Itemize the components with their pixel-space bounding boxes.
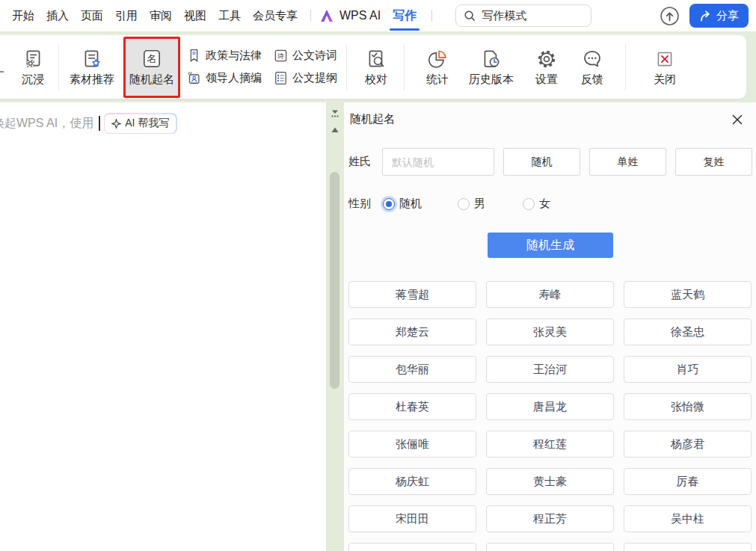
menubar-item[interactable]: 审阅 (144, 9, 178, 23)
svg-text:名: 名 (147, 53, 157, 64)
doc-star-icon (81, 48, 103, 70)
menubar-item[interactable]: 工具 (212, 9, 247, 23)
settings-button[interactable]: 设置 (527, 48, 566, 87)
official-poetry-button[interactable]: 诗 公文诗词 (273, 48, 337, 64)
divider (431, 10, 432, 22)
share-button[interactable]: 分享 (689, 4, 749, 28)
upload-icon[interactable] (660, 6, 680, 26)
surname-mode-button[interactable]: 单姓 (589, 148, 666, 176)
generate-button[interactable]: 随机生成 (488, 233, 613, 258)
name-result[interactable]: 徐圣忠 (624, 318, 752, 345)
name-result[interactable]: 程正芳 (486, 505, 614, 532)
surname-input[interactable] (382, 148, 494, 176)
menubar-item[interactable]: 页面 (75, 9, 109, 23)
pie-chart-icon (426, 48, 449, 70)
history-version-button[interactable]: 历史版本 (464, 48, 518, 87)
menubar-items: 开始插入页面引用审阅视图工具会员专享 (6, 9, 304, 23)
svg-text:诗: 诗 (277, 52, 284, 60)
name-result-partial[interactable] (624, 543, 752, 551)
tab-writing[interactable]: 写作 (391, 8, 418, 24)
ai-hint-line: 唤起WPS AI，使用 AI 帮我写 (0, 113, 177, 134)
ai-write-button[interactable]: AI 帮我写 (105, 114, 176, 133)
scroll-up-icon[interactable] (331, 126, 339, 135)
sparkle-icon (111, 119, 121, 129)
gender-option-male[interactable]: 男 (458, 197, 485, 211)
wps-ai-label[interactable]: WPS AI (339, 9, 381, 22)
name-result[interactable]: 程红莲 (486, 431, 614, 458)
surname-buttons: 随机单姓复姓 (494, 148, 752, 176)
menubar-item[interactable]: 视图 (178, 9, 212, 23)
material-recommend-button[interactable]: 素材推荐 (65, 48, 119, 87)
random-name-button[interactable]: 名 随机起名 (126, 39, 178, 96)
ai-hint-text: 唤起WPS AI，使用 (0, 116, 93, 132)
statistics-button[interactable]: 统计 (418, 48, 457, 87)
divider (310, 10, 311, 22)
name-result[interactable]: 黄士豪 (486, 468, 614, 495)
share-label: 分享 (716, 9, 739, 23)
name-result[interactable]: 张灵美 (486, 318, 614, 345)
name-result[interactable]: 蓝天鹤 (624, 281, 752, 308)
share-icon (699, 10, 712, 22)
feedback-button[interactable]: 反馈 (573, 48, 612, 87)
name-result-partial[interactable] (486, 543, 614, 551)
name-doc-icon: 名 (141, 48, 163, 70)
wps-ai-logo-icon (319, 8, 334, 23)
menubar-item[interactable]: 会员专享 (247, 9, 304, 23)
proofread-button[interactable]: 校对 (356, 48, 396, 87)
radio-checked-icon[interactable] (383, 198, 395, 210)
person-quote-icon (186, 70, 202, 86)
random-name-panel: 随机起名 姓氏 随机单姓复姓 性别 随机 男 女 (344, 102, 756, 551)
divider (404, 44, 405, 90)
name-result[interactable]: 杨彦君 (624, 431, 752, 458)
name-results-partial-row (348, 543, 752, 551)
toolbar: 沉浸 素材推荐 名 随机起名 政策与法律 (0, 34, 746, 99)
history-doc-icon (480, 48, 503, 70)
name-result[interactable]: 杨庆虹 (348, 468, 476, 495)
gender-option-random[interactable]: 随机 (383, 197, 422, 211)
name-result[interactable]: 杜春英 (348, 393, 476, 420)
close-pane-button[interactable]: 关闭 (645, 48, 684, 87)
surname-mode-button[interactable]: 复姓 (675, 148, 752, 176)
gender-row: 性别 随机 男 女 (348, 197, 550, 211)
name-result[interactable]: 包华丽 (348, 356, 476, 383)
annotation-highlight-box: 名 随机起名 (123, 37, 180, 98)
name-result[interactable]: 厉春 (624, 468, 752, 495)
name-result[interactable]: 王治河 (486, 356, 614, 383)
name-result[interactable]: 郑楚云 (348, 318, 476, 345)
toolbar-stack-1: 政策与法律 领导人摘编 (186, 48, 262, 86)
name-result[interactable]: 张怡微 (624, 393, 752, 420)
text-cursor (99, 116, 100, 131)
divider (625, 44, 626, 90)
divider (58, 44, 59, 90)
page-fit-icon[interactable] (331, 109, 339, 118)
name-result[interactable]: 张俪唯 (348, 431, 476, 458)
panel-close-icon[interactable] (731, 114, 743, 126)
policy-law-button[interactable]: 政策与法律 (186, 48, 262, 64)
name-result[interactable]: 寿峰 (486, 281, 614, 308)
leader-digest-button[interactable]: 领导人摘编 (186, 70, 262, 86)
name-result[interactable]: 宋田田 (348, 505, 476, 532)
name-result[interactable]: 吴中柱 (624, 505, 752, 532)
menubar-item[interactable]: 引用 (109, 9, 144, 23)
menubar-right-group: 分享 (660, 4, 756, 28)
radio-icon[interactable] (523, 198, 535, 210)
name-result[interactable]: 蒋雪超 (348, 281, 476, 308)
immersive-doc-icon (22, 48, 44, 70)
scrollbar-thumb[interactable] (330, 172, 339, 389)
name-result[interactable]: 唐昌龙 (486, 393, 614, 420)
radio-icon[interactable] (458, 198, 470, 210)
name-result-partial[interactable] (348, 543, 476, 551)
name-result[interactable]: 肖巧 (624, 356, 752, 383)
poetry-icon: 诗 (273, 48, 289, 64)
gender-option-female[interactable]: 女 (523, 197, 550, 211)
menubar-item[interactable]: 插入 (40, 9, 75, 23)
menubar-item[interactable]: 开始 (6, 9, 40, 23)
search-input[interactable]: 写作模式 (455, 4, 591, 27)
gender-options: 随机 男 女 (383, 197, 550, 211)
menubar: 开始插入页面引用审阅视图工具会员专享 WPS AI 写作 写作模式 (0, 0, 756, 31)
immersive-button[interactable]: 沉浸 (12, 48, 54, 87)
official-outline-button[interactable]: 公文提纲 (273, 70, 337, 86)
ribbon-icon (186, 48, 202, 64)
document-canvas[interactable]: 唤起WPS AI，使用 AI 帮我写 (0, 102, 326, 551)
surname-mode-button[interactable]: 随机 (503, 148, 580, 176)
